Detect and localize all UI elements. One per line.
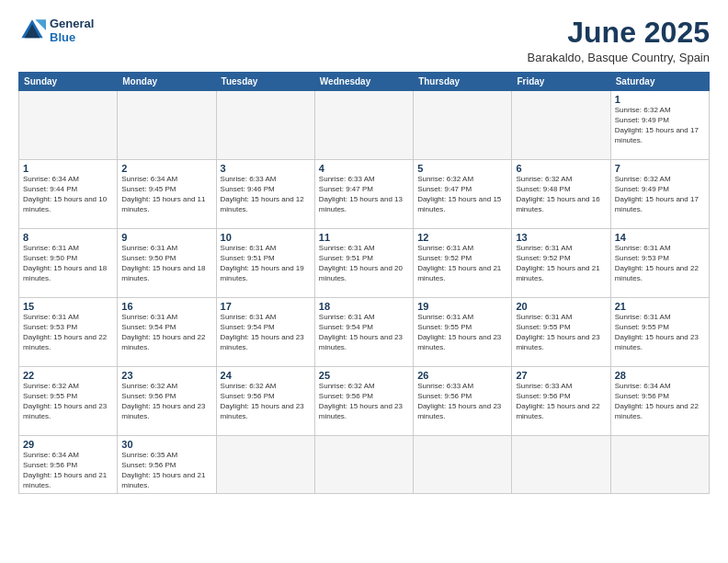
calendar-cell: 19Sunrise: 6:31 AMSunset: 9:55 PMDayligh…	[414, 298, 512, 367]
day-info: Sunrise: 6:31 AMSunset: 9:51 PMDaylight:…	[319, 244, 409, 283]
day-number: 9	[121, 232, 211, 243]
calendar-cell: 9Sunrise: 6:31 AMSunset: 9:50 PMDaylight…	[118, 229, 216, 298]
calendar-week-row: 1Sunrise: 6:32 AMSunset: 9:49 PMDaylight…	[19, 91, 710, 160]
day-info: Sunrise: 6:31 AMSunset: 9:52 PMDaylight:…	[417, 244, 507, 283]
day-number: 19	[417, 301, 507, 312]
calendar-cell: 1Sunrise: 6:32 AMSunset: 9:49 PMDaylight…	[610, 91, 709, 160]
calendar-cell	[314, 91, 413, 160]
day-info: Sunrise: 6:34 AMSunset: 9:44 PMDaylight:…	[23, 175, 113, 214]
day-number: 23	[121, 370, 211, 381]
day-number: 11	[319, 232, 409, 243]
day-info: Sunrise: 6:32 AMSunset: 9:56 PMDaylight:…	[221, 382, 311, 421]
logo: General Blue	[18, 17, 94, 44]
weekday-header-row: SundayMondayTuesdayWednesdayThursdayFrid…	[19, 73, 710, 91]
day-number: 17	[221, 301, 311, 312]
calendar-cell: 26Sunrise: 6:33 AMSunset: 9:56 PMDayligh…	[414, 367, 512, 436]
day-number: 15	[23, 301, 113, 312]
calendar-cell	[512, 436, 610, 494]
calendar-cell	[216, 91, 314, 160]
day-info: Sunrise: 6:34 AMSunset: 9:45 PMDaylight:…	[121, 175, 211, 214]
day-info: Sunrise: 6:31 AMSunset: 9:51 PMDaylight:…	[221, 244, 311, 283]
logo-icon	[18, 17, 46, 44]
day-info: Sunrise: 6:33 AMSunset: 9:56 PMDaylight:…	[417, 382, 507, 421]
calendar-week-row: 1Sunrise: 6:34 AMSunset: 9:44 PMDaylight…	[19, 160, 710, 229]
day-number: 21	[615, 301, 705, 312]
calendar-cell: 25Sunrise: 6:32 AMSunset: 9:56 PMDayligh…	[314, 367, 413, 436]
calendar-cell	[414, 436, 512, 494]
calendar-cell: 16Sunrise: 6:31 AMSunset: 9:54 PMDayligh…	[118, 298, 216, 367]
day-number: 25	[319, 370, 409, 381]
calendar-cell: 12Sunrise: 6:31 AMSunset: 9:52 PMDayligh…	[414, 229, 512, 298]
day-number: 8	[23, 232, 113, 243]
day-info: Sunrise: 6:33 AMSunset: 9:56 PMDaylight:…	[516, 382, 606, 421]
day-info: Sunrise: 6:32 AMSunset: 9:49 PMDaylight:…	[615, 175, 705, 214]
day-number: 4	[319, 163, 409, 174]
day-info: Sunrise: 6:31 AMSunset: 9:54 PMDaylight:…	[319, 313, 409, 352]
calendar-cell: 5Sunrise: 6:32 AMSunset: 9:47 PMDaylight…	[414, 160, 512, 229]
weekday-header: Tuesday	[216, 73, 314, 91]
day-number: 22	[23, 370, 113, 381]
day-number: 10	[221, 232, 311, 243]
day-number: 28	[615, 370, 705, 381]
weekday-header: Friday	[512, 73, 610, 91]
day-number: 26	[417, 370, 507, 381]
day-info: Sunrise: 6:32 AMSunset: 9:49 PMDaylight:…	[615, 106, 705, 145]
calendar-cell: 13Sunrise: 6:31 AMSunset: 9:52 PMDayligh…	[512, 229, 610, 298]
calendar-cell: 7Sunrise: 6:32 AMSunset: 9:49 PMDaylight…	[610, 160, 709, 229]
calendar-cell: 29Sunrise: 6:34 AMSunset: 9:56 PMDayligh…	[19, 436, 118, 494]
day-number: 1	[615, 94, 705, 105]
month-title: June 2025	[528, 17, 711, 49]
day-number: 29	[23, 439, 113, 450]
calendar-cell	[118, 91, 216, 160]
calendar-cell: 22Sunrise: 6:32 AMSunset: 9:55 PMDayligh…	[19, 367, 118, 436]
subtitle: Barakaldo, Basque Country, Spain	[528, 51, 711, 64]
calendar-cell: 10Sunrise: 6:31 AMSunset: 9:51 PMDayligh…	[216, 229, 314, 298]
title-block: June 2025 Barakaldo, Basque Country, Spa…	[528, 17, 711, 64]
day-number: 1	[23, 163, 113, 174]
calendar-cell	[610, 436, 709, 494]
day-number: 18	[319, 301, 409, 312]
day-number: 24	[221, 370, 311, 381]
calendar-cell: 28Sunrise: 6:34 AMSunset: 9:56 PMDayligh…	[610, 367, 709, 436]
calendar-cell: 6Sunrise: 6:32 AMSunset: 9:48 PMDaylight…	[512, 160, 610, 229]
calendar-cell: 2Sunrise: 6:34 AMSunset: 9:45 PMDaylight…	[118, 160, 216, 229]
calendar-cell: 27Sunrise: 6:33 AMSunset: 9:56 PMDayligh…	[512, 367, 610, 436]
calendar-week-row: 8Sunrise: 6:31 AMSunset: 9:50 PMDaylight…	[19, 229, 710, 298]
calendar-cell	[512, 91, 610, 160]
day-info: Sunrise: 6:32 AMSunset: 9:55 PMDaylight:…	[23, 382, 113, 421]
calendar-cell: 14Sunrise: 6:31 AMSunset: 9:53 PMDayligh…	[610, 229, 709, 298]
day-info: Sunrise: 6:33 AMSunset: 9:47 PMDaylight:…	[319, 175, 409, 214]
day-info: Sunrise: 6:35 AMSunset: 9:56 PMDaylight:…	[121, 451, 211, 490]
calendar-cell: 20Sunrise: 6:31 AMSunset: 9:55 PMDayligh…	[512, 298, 610, 367]
day-number: 30	[121, 439, 211, 450]
day-info: Sunrise: 6:31 AMSunset: 9:55 PMDaylight:…	[516, 313, 606, 352]
day-info: Sunrise: 6:32 AMSunset: 9:48 PMDaylight:…	[516, 175, 606, 214]
day-number: 7	[615, 163, 705, 174]
day-info: Sunrise: 6:31 AMSunset: 9:53 PMDaylight:…	[23, 313, 113, 352]
day-info: Sunrise: 6:31 AMSunset: 9:52 PMDaylight:…	[516, 244, 606, 283]
day-info: Sunrise: 6:32 AMSunset: 9:47 PMDaylight:…	[417, 175, 507, 214]
day-number: 20	[516, 301, 606, 312]
calendar-cell: 21Sunrise: 6:31 AMSunset: 9:55 PMDayligh…	[610, 298, 709, 367]
calendar-cell: 15Sunrise: 6:31 AMSunset: 9:53 PMDayligh…	[19, 298, 118, 367]
calendar-cell: 3Sunrise: 6:33 AMSunset: 9:46 PMDaylight…	[216, 160, 314, 229]
header: General Blue June 2025 Barakaldo, Basque…	[18, 17, 710, 64]
calendar-cell: 1Sunrise: 6:34 AMSunset: 9:44 PMDaylight…	[19, 160, 118, 229]
calendar-cell	[216, 436, 314, 494]
day-info: Sunrise: 6:31 AMSunset: 9:55 PMDaylight:…	[615, 313, 705, 352]
day-number: 3	[221, 163, 311, 174]
day-number: 2	[121, 163, 211, 174]
weekday-header: Monday	[118, 73, 216, 91]
calendar-table: SundayMondayTuesdayWednesdayThursdayFrid…	[18, 72, 710, 494]
calendar-cell	[414, 91, 512, 160]
calendar-cell: 24Sunrise: 6:32 AMSunset: 9:56 PMDayligh…	[216, 367, 314, 436]
calendar-cell: 18Sunrise: 6:31 AMSunset: 9:54 PMDayligh…	[314, 298, 413, 367]
day-info: Sunrise: 6:31 AMSunset: 9:55 PMDaylight:…	[417, 313, 507, 352]
calendar-cell	[19, 91, 118, 160]
day-number: 27	[516, 370, 606, 381]
calendar-cell: 8Sunrise: 6:31 AMSunset: 9:50 PMDaylight…	[19, 229, 118, 298]
weekday-header: Saturday	[610, 73, 709, 91]
day-info: Sunrise: 6:31 AMSunset: 9:50 PMDaylight:…	[23, 244, 113, 283]
day-number: 14	[615, 232, 705, 243]
calendar-page: General Blue June 2025 Barakaldo, Basque…	[0, 0, 728, 563]
